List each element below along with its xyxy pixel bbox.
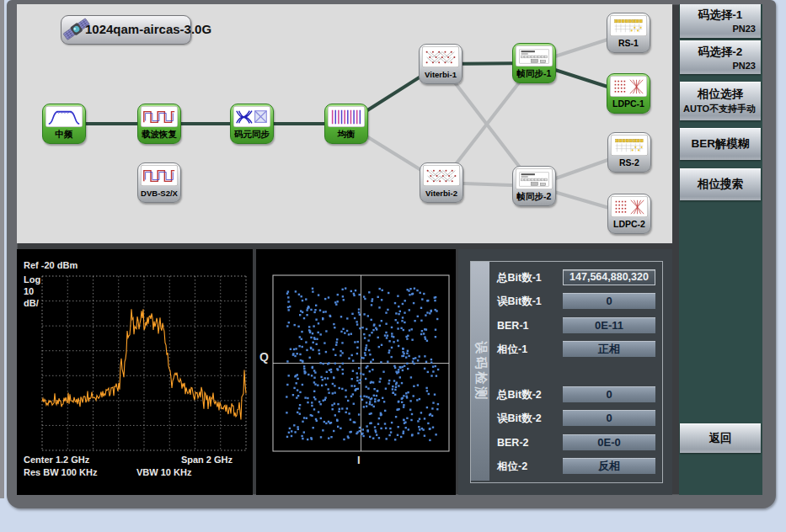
flow-node-label: 码元同步 — [231, 127, 273, 141]
button-label: 相位搜索 — [680, 177, 761, 192]
flow-canvas: 1024qam-aircas-3.0G 中频载波恢复码元同步均衡DVB-S2/X… — [17, 4, 672, 243]
ber-row-label: 总Bit数-1 — [497, 269, 563, 286]
viterbi-trellis-icon — [422, 46, 459, 67]
ber-strip: 误码检测 — [471, 262, 489, 481]
flow-node-eq[interactable]: 均衡 — [324, 104, 368, 144]
signal-title: 1024qam-aircas-3.0G — [85, 22, 211, 36]
frame-structure-icon — [516, 45, 553, 66]
ber-value-box: 正相 — [563, 341, 655, 357]
sidebar-button-3[interactable]: 相位选择AUTO不支持手动 — [680, 82, 761, 120]
rs-codeword-icon — [610, 15, 647, 36]
bandpass-spectrum-icon — [45, 106, 83, 127]
flow-node-label: 载波恢复 — [138, 127, 180, 141]
spectrum-scale-10: 10 — [24, 286, 34, 296]
viterbi-trellis-icon — [423, 165, 460, 186]
ber-value-box: 0 — [563, 293, 655, 309]
q-axis-label: Q — [259, 350, 269, 364]
flow-node-label: 均衡 — [325, 127, 367, 141]
spectrum-vbw: VBW 10 KHz — [136, 467, 191, 477]
ber-strip-label: 误码检测 — [473, 341, 489, 402]
sidebar-button-5[interactable]: 相位搜索 — [680, 168, 761, 200]
flow-node-viterbi2[interactable]: Viterbi-2 — [420, 162, 463, 203]
ber-value-box: 0E-11 — [563, 317, 655, 333]
ber-row-label: 误Bit数-1 — [497, 293, 563, 310]
ber-value-box: 0 — [563, 410, 655, 426]
square-wave-icon — [141, 165, 178, 186]
flow-node-label: DVB-S2/X — [138, 186, 180, 200]
ber-value-box: 反相 — [563, 458, 655, 474]
ldpc-graph-icon — [611, 196, 648, 217]
sidebar: 码选择-1PN23码选择-2PN23相位选择AUTO不支持手动BER解模糊相位搜… — [679, 4, 762, 495]
flow-node-label: Viterbi-1 — [420, 67, 462, 82]
flow-node-rs2[interactable]: RS-2 — [607, 132, 651, 173]
spectrum-display: Ref -20 dBm Log 10 dB/ Center 1.2 GHz Sp… — [17, 249, 253, 495]
sidebar-button-back[interactable]: 返回 — [680, 423, 761, 453]
flow-node-label: LDPC-2 — [608, 217, 650, 231]
rs-codeword-icon — [611, 135, 648, 156]
ldpc-graph-icon — [610, 76, 647, 97]
button-label: 相位选择 — [680, 87, 761, 102]
ber-row-label: 相位-2 — [497, 458, 563, 475]
button-sublabel: PN23 — [680, 61, 761, 71]
button-label: 返回 — [680, 431, 761, 446]
ber-value-box: 147,564,880,320 — [563, 269, 655, 285]
button-label: BER解模糊 — [680, 136, 761, 152]
flow-node-label: 帧同步-1 — [513, 66, 555, 81]
flow-node-label: LDPC-1 — [607, 97, 650, 111]
flow-node-rs1[interactable]: RS-1 — [607, 13, 650, 53]
button-label: 码选择-1 — [680, 8, 761, 23]
flow-node-label: RS-1 — [607, 36, 650, 51]
equalizer-comb-icon — [328, 106, 365, 127]
flow-node-dvb[interactable]: DVB-S2/X — [137, 162, 181, 203]
flow-node-ldpc1[interactable]: LDPC-1 — [607, 73, 650, 114]
ber-row-label: BER-2 — [497, 434, 563, 451]
flow-node-viterbi1[interactable]: Viterbi-1 — [419, 44, 463, 84]
ber-panel: 误码检测 总Bit数-1147,564,880,320误Bit数-10BER-1… — [458, 249, 672, 495]
spectrum-span: Span 2 GHz — [181, 455, 233, 465]
flow-node-carrier[interactable]: 载波恢复 — [137, 104, 181, 144]
constellation-display: Q I — [256, 249, 456, 495]
constellation-plot — [256, 249, 456, 495]
flow-node-label: Viterbi-2 — [420, 186, 463, 200]
spectrum-ref-level: Ref -20 dBm — [24, 260, 78, 270]
ber-value-box: 0 — [563, 386, 655, 402]
flow-node-label: 中频 — [43, 127, 85, 141]
spectrum-rbw: Res BW 100 KHz — [24, 467, 97, 477]
ber-row-label: BER-1 — [497, 317, 563, 334]
sidebar-button-1[interactable]: 码选择-1PN23 — [680, 4, 761, 38]
frame-structure-icon — [516, 168, 553, 189]
button-sublabel: AUTO不支持手动 — [680, 103, 761, 115]
button-sublabel: PN23 — [680, 24, 761, 34]
ber-row-label: 误Bit数-2 — [497, 410, 563, 427]
spectrum-scale-db: dB/ — [24, 298, 39, 308]
sidebar-button-4[interactable]: BER解模糊 — [680, 128, 761, 160]
button-label: 码选择-2 — [680, 45, 761, 60]
flow-node-fsync1[interactable]: 帧同步-1 — [512, 43, 556, 83]
flow-node-ldpc2[interactable]: LDPC-2 — [607, 194, 651, 234]
square-wave-icon — [141, 106, 178, 127]
flow-node-label: RS-2 — [608, 156, 650, 170]
i-axis-label: I — [357, 454, 361, 466]
ber-row-label: 相位-1 — [497, 341, 563, 358]
ber-value-box: 0E-0 — [563, 434, 655, 450]
spectrum-center-freq: Center 1.2 GHz — [24, 455, 89, 465]
flow-node-if[interactable]: 中频 — [42, 104, 86, 144]
spectrum-scale-log: Log — [24, 274, 40, 285]
screen-edge-strip — [0, 0, 4, 498]
flow-node-label: 帧同步-2 — [513, 189, 555, 204]
flow-node-fsync2[interactable]: 帧同步-2 — [512, 166, 556, 206]
constellation-points — [286, 287, 439, 441]
flow-node-symsync[interactable]: 码元同步 — [230, 104, 274, 144]
eye-diagram-icon — [233, 106, 270, 127]
sidebar-button-2[interactable]: 码选择-2PN23 — [680, 40, 761, 74]
signal-title-button[interactable]: 1024qam-aircas-3.0G — [61, 15, 191, 45]
ber-row-label: 总Bit数-2 — [497, 386, 563, 403]
